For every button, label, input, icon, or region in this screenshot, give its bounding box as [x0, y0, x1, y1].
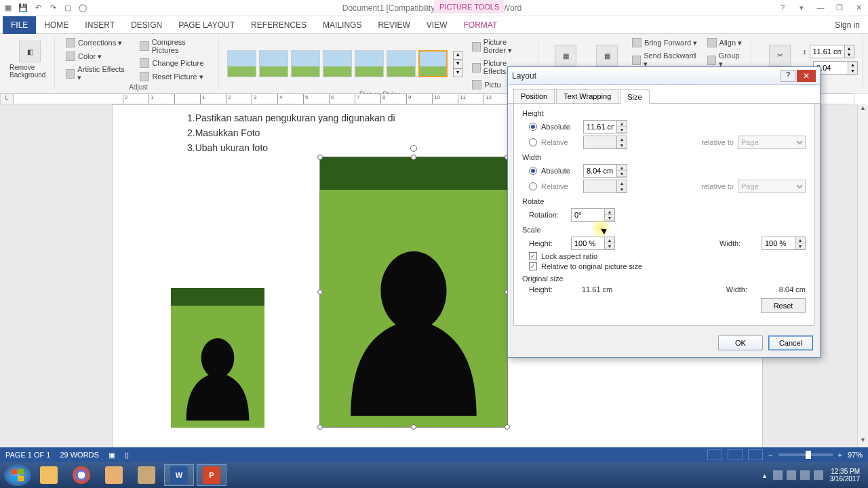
- corrections-button[interactable]: Corrections ▾: [63, 37, 130, 49]
- undo-icon[interactable]: ↶: [33, 3, 43, 14]
- height-relative-radio[interactable]: [529, 138, 537, 146]
- close-button[interactable]: ✕: [852, 3, 865, 12]
- tab-design[interactable]: DESIGN: [123, 16, 170, 34]
- scroll-down-icon[interactable]: ▼: [858, 436, 868, 447]
- resize-handle[interactable]: [317, 424, 323, 430]
- page-status[interactable]: PAGE 1 OF 1: [5, 451, 50, 459]
- tray-icon[interactable]: [787, 470, 796, 480]
- tab-references[interactable]: REFERENCES: [243, 16, 315, 34]
- paint-taskbar-button[interactable]: [99, 464, 129, 486]
- style-thumb[interactable]: [323, 50, 352, 77]
- network-icon[interactable]: [800, 470, 810, 480]
- zoom-in-button[interactable]: +: [838, 451, 842, 459]
- restore-button[interactable]: ❐: [833, 3, 846, 12]
- gallery-down-button[interactable]: ▼: [453, 60, 462, 68]
- spin-up-icon[interactable]: ▲: [848, 62, 857, 68]
- width-absolute-radio[interactable]: [529, 167, 537, 175]
- resize-handle[interactable]: [317, 155, 323, 160]
- tab-file[interactable]: FILE: [3, 16, 36, 34]
- redo-icon[interactable]: ↷: [47, 3, 58, 14]
- tab-page-layout[interactable]: PAGE LAYOUT: [170, 16, 243, 34]
- style-thumb[interactable]: [387, 50, 416, 77]
- change-picture-button[interactable]: Change Picture: [137, 57, 214, 69]
- style-thumb[interactable]: [227, 50, 256, 77]
- new-icon[interactable]: ▢: [62, 3, 73, 14]
- web-layout-button[interactable]: [748, 449, 763, 460]
- tab-format[interactable]: FORMAT: [455, 16, 505, 34]
- reset-button[interactable]: Reset: [761, 298, 806, 313]
- align-button[interactable]: Align ▾: [705, 37, 747, 49]
- help-button[interactable]: ?: [776, 3, 789, 12]
- proofing-icon[interactable]: ▣: [108, 451, 115, 460]
- cancel-button[interactable]: Cancel: [768, 336, 813, 350]
- vertical-scrollbar[interactable]: ▲ ▼: [857, 104, 868, 447]
- chrome-taskbar-button[interactable]: [66, 464, 96, 486]
- lock-aspect-checkbox[interactable]: ✓: [529, 252, 537, 260]
- spin-up-icon[interactable]: ▲: [617, 121, 627, 127]
- word-taskbar-button[interactable]: W: [164, 464, 194, 486]
- tab-insert[interactable]: INSERT: [77, 16, 123, 34]
- gallery-more-button[interactable]: ▾: [453, 68, 462, 77]
- height-absolute-input[interactable]: ▲▼: [583, 120, 627, 134]
- touch-icon[interactable]: ◯: [77, 3, 88, 14]
- gallery-up-button[interactable]: ▲: [453, 51, 462, 60]
- style-thumb[interactable]: [259, 50, 288, 77]
- artistic-effects-button[interactable]: Artistic Effects ▾: [63, 64, 130, 83]
- tab-position[interactable]: Position: [513, 89, 555, 103]
- reset-picture-button[interactable]: Reset Picture ▾: [137, 70, 214, 83]
- rotate-handle[interactable]: [410, 145, 417, 152]
- show-hidden-icon[interactable]: ▴: [763, 472, 766, 479]
- dialog-close-button[interactable]: ✕: [797, 70, 816, 82]
- spin-down-icon[interactable]: ▼: [617, 127, 627, 133]
- spin-up-icon[interactable]: ▲: [605, 209, 614, 215]
- minimize-button[interactable]: —: [814, 3, 827, 12]
- resize-handle[interactable]: [411, 155, 416, 160]
- tab-home[interactable]: HOME: [36, 16, 77, 34]
- spin-up-icon[interactable]: ▲: [795, 237, 805, 243]
- selected-picture[interactable]: [319, 157, 508, 428]
- scale-width-input[interactable]: ▲▼: [762, 237, 806, 250]
- read-mode-button[interactable]: [707, 449, 722, 460]
- ribbon-options-button[interactable]: ▾: [795, 3, 808, 12]
- tab-view[interactable]: VIEW: [418, 16, 456, 34]
- picture-border-button[interactable]: Picture Border ▾: [469, 37, 533, 56]
- ok-button[interactable]: OK: [718, 336, 763, 350]
- spin-down-icon[interactable]: ▼: [848, 68, 857, 74]
- zoom-thumb[interactable]: [806, 451, 811, 459]
- compress-pictures-button[interactable]: Compress Pictures: [137, 37, 214, 56]
- remove-background-button[interactable]: ◧ Remove Background: [9, 41, 50, 79]
- width-absolute-input[interactable]: ▲▼: [583, 164, 627, 178]
- spin-up-icon[interactable]: ▲: [844, 45, 854, 52]
- folder-taskbar-button[interactable]: [132, 464, 161, 486]
- style-thumb[interactable]: [291, 50, 320, 77]
- zoom-level[interactable]: 97%: [848, 451, 863, 459]
- resize-handle[interactable]: [317, 289, 323, 295]
- spin-down-icon[interactable]: ▼: [605, 243, 614, 249]
- tab-text-wrapping[interactable]: Text Wrapping: [556, 89, 618, 103]
- resize-handle[interactable]: [505, 424, 510, 430]
- sign-in-link[interactable]: Sign in: [835, 20, 868, 30]
- spin-down-icon[interactable]: ▼: [844, 52, 854, 58]
- volume-icon[interactable]: [814, 470, 823, 480]
- powerpoint-taskbar-button[interactable]: P: [197, 464, 226, 486]
- start-button[interactable]: [4, 464, 31, 486]
- picture-styles-gallery[interactable]: ▲ ▼ ▾ Picture Border ▾ Picture Effects ▾…: [227, 37, 534, 91]
- word-count[interactable]: 29 WORDS: [60, 451, 98, 459]
- color-button[interactable]: Color ▾: [63, 50, 130, 62]
- tab-review[interactable]: REVIEW: [370, 16, 418, 34]
- clock[interactable]: 12:35 PM 3/16/2017: [830, 468, 861, 483]
- ruler-corner[interactable]: L: [0, 94, 14, 104]
- tab-mailings[interactable]: MAILINGS: [315, 16, 370, 34]
- bring-forward-button[interactable]: Bring Forward ▾: [629, 37, 702, 49]
- relative-original-checkbox[interactable]: ✓: [529, 262, 537, 270]
- dialog-titlebar[interactable]: Layout ? ✕: [508, 67, 820, 85]
- width-relative-radio[interactable]: [529, 182, 537, 190]
- spin-down-icon[interactable]: ▼: [795, 243, 805, 249]
- tab-size[interactable]: Size: [620, 89, 649, 104]
- style-thumb-selected[interactable]: [418, 50, 448, 77]
- print-layout-button[interactable]: [728, 449, 743, 460]
- scroll-up-icon[interactable]: ▲: [858, 104, 868, 115]
- style-thumb[interactable]: [355, 50, 384, 77]
- macro-icon[interactable]: ▯: [125, 451, 129, 460]
- height-input[interactable]: ▲▼: [810, 45, 854, 58]
